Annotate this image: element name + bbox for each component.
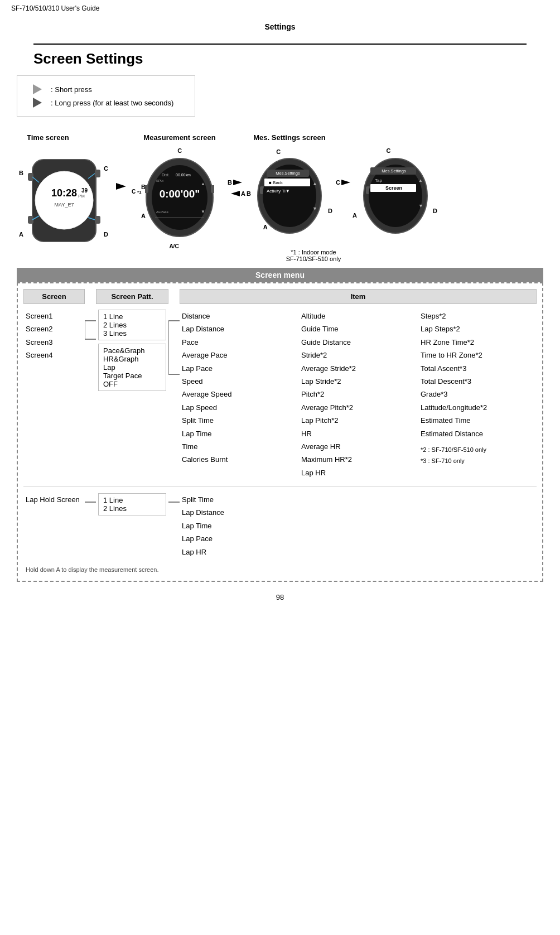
footnote2-star: *2 : SF-710/SF-510 only	[421, 445, 534, 456]
item-hr: HR	[301, 427, 415, 440]
mes-watch1-svg: Mes.Settings ■ Back Activity Ti▼ ▲ ▼	[257, 157, 322, 234]
patt-col-values: 1 Line 2 Lines 3 Lines Pace&Graph HR&Gra…	[96, 307, 168, 397]
mes-watch1-container: Mes.Settings ■ Back Activity Ti▼ ▲ ▼ B A…	[257, 157, 322, 236]
item-grade: Grade*3	[421, 388, 534, 401]
patt-group1: 1 Line 2 Lines 3 Lines	[98, 310, 166, 340]
svg-text:MAY_E7: MAY_E7	[55, 202, 74, 208]
item-guidetime: Guide Time	[301, 322, 415, 335]
screen-col-values: Screen1 Screen2 Screen3 Screen4	[23, 307, 85, 364]
btn-a-label: A	[19, 231, 23, 238]
meas-screen-label: Measurement screen	[143, 133, 215, 142]
svg-text:10:28: 10:28	[51, 187, 77, 199]
item-splittime: Split Time	[182, 414, 296, 427]
svg-text:Tap: Tap	[375, 178, 382, 183]
lap-item-laphr: Lap HR	[182, 546, 534, 558]
item-totalascent: Total Ascent*3	[421, 362, 534, 375]
svg-text:Av.Pace: Av.Pace	[156, 210, 168, 214]
screen-menu-header: Screen menu	[17, 268, 543, 282]
svg-rect-4	[95, 216, 100, 224]
lap-item-lapdistance: Lap Distance	[182, 506, 534, 519]
svg-text:Activity Ti▼: Activity Ti▼	[267, 189, 290, 194]
btn-b-label: B	[19, 170, 23, 176]
meas-screen-group: Measurement screen C C *1 A/C Dist.	[134, 133, 225, 219]
svg-text:▼: ▼	[201, 209, 205, 214]
page-header: SF-710/510/310 User's Guide	[0, 0, 560, 17]
svg-text:Screen: Screen	[385, 185, 402, 191]
patt-2lines: 2 Lines	[103, 321, 161, 329]
item-totaldescent: Total Descent*3	[421, 375, 534, 388]
svg-text:00.00km: 00.00km	[176, 173, 191, 177]
patt-pacegraph: Pace&Graph	[103, 346, 161, 355]
item-avgstride: Average Stride*2	[301, 362, 415, 375]
svg-marker-28	[231, 191, 240, 196]
svg-text:PM: PM	[78, 194, 85, 199]
meas-btn-c-star: C *1	[132, 189, 142, 195]
hold-note: Hold down A to display the measurement s…	[23, 564, 537, 575]
item-time: Time	[182, 440, 296, 453]
lap-hold-row: Lap Hold Screen 1 Line 2 Lines	[23, 491, 537, 561]
lap-item-lappace: Lap Pace	[182, 532, 534, 545]
svg-rect-2	[95, 170, 100, 177]
page-number: 98	[0, 582, 560, 607]
mes1-btn-c: C	[276, 148, 281, 155]
svg-text:39: 39	[81, 187, 88, 194]
lap-connector1	[85, 491, 96, 513]
meas-watch-container: C C *1 A/C Dist. 00.00km SPLt 0:00'00"	[145, 157, 214, 239]
mes-settings1-group: Mes. Settings screen Mes.Settings ■ Back…	[245, 133, 334, 236]
lap-hold-screen-label: Lap Hold Screen	[23, 491, 85, 508]
svg-marker-14	[116, 183, 126, 190]
item-altitude: Altitude	[301, 310, 415, 322]
arrow-c-right: C	[336, 178, 354, 187]
meas-watch-svg: Dist. 00.00km SPLt 0:00'00" Av.Pace ▲ ▼	[145, 157, 214, 238]
item-hrzonetime: HR Zone Time*2	[421, 336, 534, 349]
legend-box: : Short press : Long press (for at least…	[17, 75, 195, 117]
item-pitch: Pitch*2	[301, 388, 415, 401]
time-screen-group: Time screen B C A D	[17, 133, 112, 245]
item-tohrzone: Time to HR Zone*2	[421, 349, 534, 362]
short-press-label: : Short press	[51, 85, 92, 94]
item-avgspeed: Average Speed	[182, 388, 296, 401]
screen-menu-container: Screen Screen Patt. Item Screen1 Screen2…	[17, 282, 543, 582]
lap-item-laptime: Lap Time	[182, 519, 534, 532]
screen3: Screen3	[26, 336, 83, 349]
legend-short-press: : Short press	[28, 84, 184, 95]
svg-text:▲: ▲	[312, 181, 317, 186]
item-lapstride: Lap Stride*2	[301, 375, 415, 388]
main-screen-row: Screen1 Screen2 Screen3 Screen4 1 Line 2…	[23, 307, 537, 481]
svg-text:SPLt: SPLt	[156, 179, 163, 182]
btn-c-label: C	[104, 165, 108, 172]
time-watch-svg: 10:28 39 PM MAY_E7	[28, 157, 100, 244]
arrow-b-right-label: B	[228, 179, 232, 186]
items-col3: Steps*2 Lap Steps*2 HR Zone Time*2 Time …	[421, 310, 534, 479]
item-stride: Stride*2	[301, 349, 415, 362]
time-screen-label: Time screen	[27, 133, 69, 142]
svg-text:Dist.: Dist.	[162, 173, 170, 177]
patt-group2: Pace&Graph HR&Graph Lap Target Pace OFF	[98, 344, 166, 391]
item-estdist: Estimated Distance	[421, 427, 534, 440]
patt-targetpace: Target Pace	[103, 372, 161, 380]
svg-marker-39	[341, 180, 350, 185]
item-lapspeed: Lap Speed	[182, 401, 296, 414]
patt-3lines: 3 Lines	[103, 329, 161, 338]
item-guidedist: Guide Distance	[301, 336, 415, 349]
header-left: SF-710/510/310 User's Guide	[11, 4, 99, 12]
items-col1: Distance Lap Distance Pace Average Pace …	[182, 310, 296, 479]
item-laptime: Lap Time	[182, 427, 296, 440]
svg-text:▼: ▼	[312, 206, 317, 211]
screen4: Screen4	[26, 349, 83, 362]
item-avgpitch: Average Pitch*2	[301, 401, 415, 414]
item-esttime: Estimated Time	[421, 414, 534, 427]
item-lappitch: Lap Pitch*2	[301, 414, 415, 427]
screen2: Screen2	[26, 322, 83, 335]
mes1-btn-d: D	[328, 208, 332, 214]
svg-text:▼: ▼	[418, 203, 423, 209]
lap-patt-group: 1 Line 2 Lines	[98, 493, 166, 515]
col-item-header: Item	[180, 289, 537, 304]
arrow-a-left: A	[228, 189, 245, 198]
footnote1: *1 : Indoor mode	[84, 249, 543, 256]
patt-off: OFF	[103, 380, 161, 388]
mes1-btn-a: A	[263, 224, 268, 230]
meas-btn-a: A	[141, 213, 146, 219]
mes-settings-label: Mes. Settings screen	[253, 133, 325, 142]
item-pace: Pace	[182, 336, 296, 349]
